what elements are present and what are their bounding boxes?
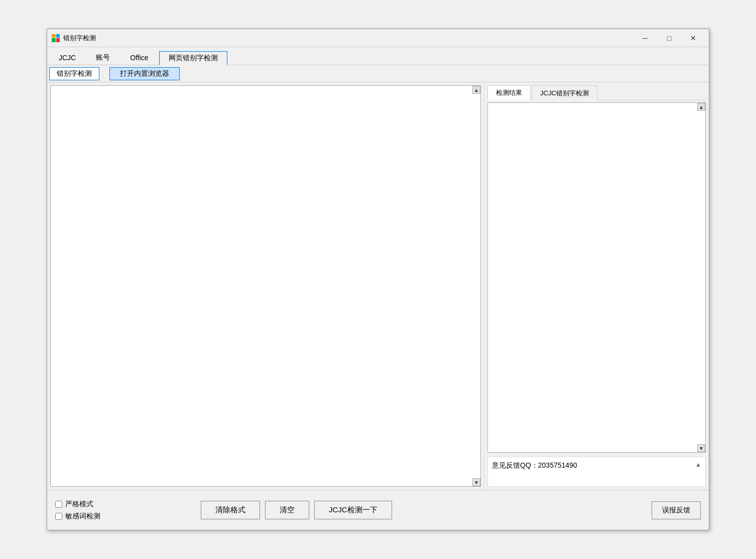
left-panel: ▲ ▼ [47, 82, 484, 490]
feedback-text: 意见反馈QQ：2035751490 [492, 461, 577, 470]
checkbox-group: 严格模式 敏感词检测 [55, 500, 100, 521]
nav-tab-office[interactable]: Office [120, 51, 158, 65]
text-area-wrapper: ▲ ▼ [50, 85, 481, 487]
action-buttons: 清除格式 清空 JCJC检测一下 [201, 501, 392, 519]
title-bar: 错别字检测 ─ □ ✕ [47, 29, 709, 47]
body-split: ▲ ▼ 检测结果 JCJC错别字检测 ▲ ▼ [47, 82, 709, 490]
right-tab-results[interactable]: 检测结果 [487, 85, 531, 100]
scroll-down-arrow[interactable]: ▼ [472, 478, 480, 486]
nav-tab-account[interactable]: 账号 [86, 51, 119, 65]
error-report-section: 误报反馈 [652, 501, 701, 519]
main-content: 错别字检测 打开内置浏览器 ▲ ▼ 检测结果 [47, 65, 709, 530]
right-panel: 检测结果 JCJC错别字检测 ▲ ▼ 意见反馈QQ：2035751490 ▲ [484, 82, 709, 490]
sub-tab-detection[interactable]: 错别字检测 [49, 67, 99, 80]
nav-tab-jcjc[interactable]: JCJC [49, 51, 85, 65]
right-tabs: 检测结果 JCJC错别字检测 [487, 85, 706, 100]
window-title: 错别字检测 [63, 34, 634, 43]
minimize-button[interactable]: ─ [634, 31, 657, 46]
main-text-area[interactable] [51, 86, 480, 486]
maximize-button[interactable]: □ [658, 31, 681, 46]
right-tab-jcjc-detection[interactable]: JCJC错别字检测 [532, 85, 597, 100]
close-button[interactable]: ✕ [682, 31, 705, 46]
right-results-content: ▲ ▼ [487, 102, 706, 453]
right-scroll-up-arrow[interactable]: ▲ [697, 103, 705, 111]
clear-format-button[interactable]: 清除格式 [201, 501, 260, 519]
right-scroll-down-arrow[interactable]: ▼ [697, 444, 705, 452]
feedback-section: 意见反馈QQ：2035751490 ▲ [487, 457, 706, 487]
bottom-toolbar: 严格模式 敏感词检测 清除格式 清空 JCJC检测一下 误报反馈 [47, 490, 709, 530]
sub-tab-bar: 错别字检测 打开内置浏览器 [47, 65, 709, 82]
app-icon [51, 34, 60, 43]
nav-tab-webpage[interactable]: 网页错别字检测 [159, 51, 227, 65]
sensitive-words-checkbox[interactable]: 敏感词检测 [55, 512, 100, 521]
error-report-button[interactable]: 误报反馈 [652, 501, 701, 519]
nav-bar: JCJC 账号 Office 网页错别字检测 [47, 47, 709, 65]
clear-button[interactable]: 清空 [265, 501, 309, 519]
jcjc-detect-button[interactable]: JCJC检测一下 [314, 501, 392, 519]
collapse-button[interactable]: ▲ [695, 461, 701, 468]
sensitive-words-input[interactable] [55, 513, 62, 520]
window-controls: ─ □ ✕ [634, 31, 705, 46]
strict-mode-checkbox[interactable]: 严格模式 [55, 500, 100, 509]
main-window: 错别字检测 ─ □ ✕ JCJC 账号 Office 网页错别字检测 错别字检测… [47, 29, 709, 530]
scroll-up-arrow[interactable]: ▲ [472, 86, 480, 94]
strict-mode-input[interactable] [55, 501, 62, 508]
open-browser-button[interactable]: 打开内置浏览器 [109, 67, 180, 80]
